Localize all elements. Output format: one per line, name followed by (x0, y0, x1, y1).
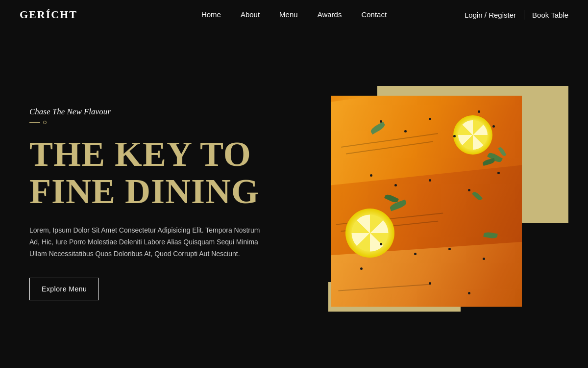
pepper-dot (404, 130, 407, 132)
hero-title: THE KEY TO FINE DINING (29, 136, 284, 210)
pepper-dot (429, 179, 431, 182)
hero-image-area (323, 86, 568, 321)
brand-logo[interactable]: GERÍCHT (20, 8, 77, 21)
nav-link-contact[interactable]: Contact (361, 10, 387, 19)
pepper-dot (453, 135, 456, 137)
pepper-dot (448, 248, 451, 250)
hero-subtitle: Chase The New Flavour (29, 107, 284, 117)
pepper-dot (380, 120, 382, 123)
nav-item-awards[interactable]: Awards (318, 10, 342, 19)
nav-link-about[interactable]: About (241, 10, 260, 19)
book-table-link[interactable]: Book Table (532, 11, 568, 19)
explore-menu-button[interactable]: Explore Menu (29, 278, 99, 300)
nav-link-awards[interactable]: Awards (318, 10, 342, 19)
hero-description: Lorem, Ipsum Dolor Sit Amet Consectetur … (29, 225, 265, 260)
pepper-dot (468, 292, 470, 294)
nav-links: Home About Menu Awards Contact (201, 10, 387, 19)
nav-item-about[interactable]: About (241, 10, 260, 19)
hero-section: Chase The New Flavour THE KEY TO FINE DI… (0, 29, 588, 368)
lemon-slice-1 (453, 115, 492, 155)
pepper-dot (394, 184, 397, 186)
hero-divider (29, 121, 284, 124)
pepper-dot (478, 110, 480, 113)
nav-item-home[interactable]: Home (201, 10, 221, 19)
pepper-dot (429, 118, 431, 120)
pepper-dot (492, 125, 495, 128)
divider-line (29, 122, 40, 123)
lemon-slice-2 (345, 209, 394, 258)
pepper-dot (414, 253, 416, 255)
pepper-dot (468, 189, 470, 191)
pepper-dot (497, 172, 500, 174)
hero-title-line1: THE KEY TO (29, 134, 251, 174)
nav-divider (524, 10, 524, 20)
pepper-dot (360, 267, 363, 270)
pepper-dot (370, 174, 372, 177)
nav-item-menu[interactable]: Menu (279, 10, 298, 19)
hero-content-left: Chase The New Flavour THE KEY TO FINE DI… (29, 107, 284, 300)
login-register-link[interactable]: Login / Register (465, 11, 516, 19)
nav-link-home[interactable]: Home (201, 10, 221, 19)
pepper-dot (429, 282, 431, 285)
nav-item-contact[interactable]: Contact (361, 10, 387, 19)
navbar: GERÍCHT Home About Menu Awards Contact L… (0, 0, 588, 29)
nav-right: Login / Register Book Table (465, 10, 568, 20)
nav-link-menu[interactable]: Menu (279, 10, 298, 19)
food-image (331, 96, 522, 307)
pepper-dot (483, 258, 485, 260)
hero-title-line2: FINE DINING (29, 172, 259, 211)
divider-circle (43, 121, 47, 124)
pepper-dot (380, 243, 382, 245)
